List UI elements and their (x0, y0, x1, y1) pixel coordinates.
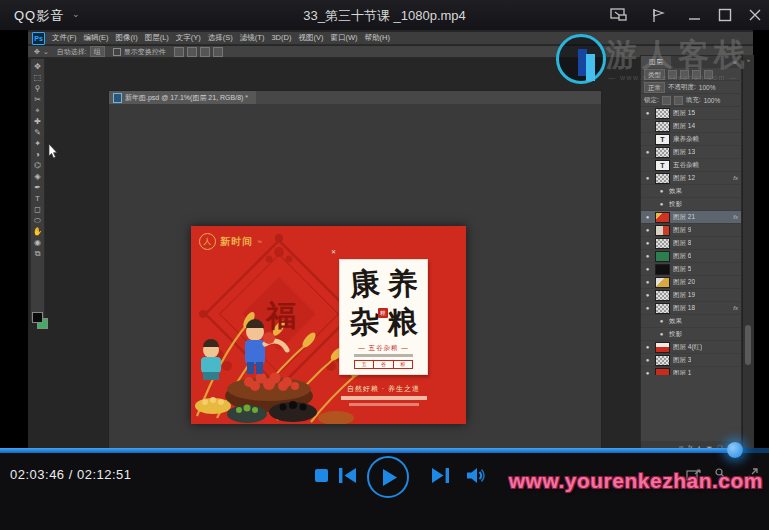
fill-label: 填充: (686, 96, 701, 105)
maximize-button[interactable] (718, 8, 736, 22)
card-tag-char: 五 (355, 361, 374, 368)
doc-canvas: 人 新时间 ™ 福 ✕ 康养杂粮 粮 — 五谷杂粮 — 五谷粮 (109, 104, 601, 463)
layer-visibility-icon: ● (643, 110, 652, 116)
ps-menu-item: 选择(S) (208, 33, 233, 43)
ps-menu-item: 编辑(E) (84, 33, 109, 43)
next-icon (432, 468, 449, 483)
layer-visibility-icon: ● (643, 175, 652, 181)
foreground-color-swatch (32, 312, 43, 323)
layer-thumbnail (655, 342, 670, 353)
seek-knob[interactable] (727, 442, 743, 458)
card-tags: 五谷粮 (354, 360, 413, 369)
layer-name: 投影 (669, 330, 682, 339)
ps-tool-icon: ✚ (34, 116, 41, 127)
ps-dock-strip: » (742, 55, 754, 462)
layer-row: T康养杂粮 (641, 133, 741, 146)
video-photoshop-app: Ps 文件(F)编辑(E)图像(I)图层(L)文字(Y)选择(S)滤镜(T)3D… (28, 30, 753, 464)
poster-company-line (341, 396, 427, 400)
layer-visibility-icon: ● (643, 370, 652, 375)
control-bar: 02:03:46 / 02:12:51 (0, 453, 769, 530)
ps-tool-icon: ⌬ (34, 160, 41, 171)
calligraphy-char: 养 (383, 265, 422, 304)
blend-mode-dropdown: 正常 (644, 82, 665, 93)
layer-thumbnail (655, 290, 670, 301)
layer-name: 效果 (669, 187, 682, 196)
lock-pixels-icon (674, 96, 683, 105)
align-icon (200, 47, 210, 57)
ps-tool-icon: T (35, 193, 40, 204)
close-button[interactable] (748, 8, 766, 22)
collapse-icon: » (743, 55, 754, 65)
ps-menu-item: 图像(I) (116, 33, 138, 43)
ps-tool-icon: ✦ (34, 138, 41, 149)
layer-row: ●图层 1 (641, 367, 741, 375)
fu-character: 福 (261, 296, 301, 337)
next-button[interactable] (432, 468, 449, 483)
filter-type-icon (692, 70, 701, 79)
titlebar[interactable]: QQ影音 ⌄ 33_第三十节课 _1080p.mp4 (0, 0, 769, 30)
volume-button[interactable] (467, 468, 486, 483)
pin-flag-button[interactable] (650, 8, 668, 22)
layer-visibility-icon: ● (643, 279, 652, 285)
layer-name: 图层 12 (673, 174, 695, 183)
layer-row: ●图层 20 (641, 276, 741, 289)
ps-menu-item: 视图(V) (298, 33, 323, 43)
ps-tool-icon: ◉ (34, 237, 41, 248)
ps-tool-icon: ⧉ (35, 248, 41, 259)
layer-row: ●图层 5 (641, 263, 741, 276)
layer-thumbnail (655, 212, 670, 223)
show-transform-label: 显示变换控件 (124, 47, 166, 57)
layer-thumbnail (655, 147, 670, 158)
url-watermark: www.yourenkezhan.com (509, 469, 763, 493)
layer-row: ●图层 15 (641, 107, 741, 120)
fill-value: 100% (704, 97, 721, 104)
poster-brand: 人 新时间 ™ (199, 233, 262, 250)
layer-name: 图层 15 (673, 109, 695, 118)
scrollbar-handle (745, 325, 751, 365)
ps-document-window: 新年图.psd @ 17.1%(图层 21, RGB/8) * (108, 90, 602, 464)
play-button[interactable] (367, 456, 409, 498)
brand-name: 新时间 (220, 235, 253, 249)
layer-name: 图层 21 (673, 213, 695, 222)
layer-thumbnail (655, 355, 670, 366)
layer-visibility-icon: ● (657, 331, 666, 337)
layer-name: 图层 3 (673, 356, 691, 365)
ps-menu-item: 文件(F) (52, 33, 77, 43)
trademark-symbol: ™ (257, 239, 262, 245)
layer-name: 投影 (669, 200, 682, 209)
layer-visibility-icon: ● (643, 253, 652, 259)
layer-name: 图层 18 (673, 304, 695, 313)
layer-name: 图层 5 (673, 265, 691, 274)
layer-thumbnail (655, 303, 670, 314)
layer-name: 图层 13 (673, 148, 695, 157)
ps-menu-item: 窗口(W) (330, 33, 357, 43)
mini-mode-button[interactable] (610, 8, 628, 22)
layer-visibility-icon: ● (657, 188, 666, 194)
layer-thumbnail (655, 108, 670, 119)
layers-list: ●图层 15图层 14T康养杂粮●图层 13T五谷杂粮●图层 12fx●效果●投… (641, 107, 741, 375)
ps-tool-icon: ◈ (34, 171, 40, 182)
minimize-button[interactable] (688, 10, 706, 24)
layer-visibility-icon: ● (657, 318, 666, 324)
video-surface[interactable]: Ps 文件(F)编辑(E)图像(I)图层(L)文字(Y)选择(S)滤镜(T)3D… (0, 30, 769, 478)
layer-row: ●图层 21fx (641, 211, 741, 224)
qq-player-window: QQ影音 ⌄ 33_第三十节课 _1080p.mp4 (0, 0, 769, 530)
layer-row: 图层 14 (641, 120, 741, 133)
move-tool-icon: ✥ (34, 48, 40, 56)
ps-tool-icon: ⌖ (35, 105, 40, 116)
layer-row: ●图层 4(红) (641, 341, 741, 354)
distribute-icon (213, 47, 223, 57)
lock-transparent-icon (662, 96, 671, 105)
ps-layers-panel: 图层 ≡ 类型 正常 不透明度: 100% 锁定: (640, 55, 742, 462)
ps-toolbar: ✥⬚⚲✂⌖✚✎✦◑⌬◈✒T◻⬭✋◉⧉ (30, 58, 45, 322)
auto-select-dropdown: 组 (90, 46, 105, 57)
layer-thumbnail (655, 121, 670, 132)
previous-button[interactable] (339, 468, 356, 483)
layer-row: ●投影 (641, 328, 741, 341)
photoshop-logo-icon: Ps (32, 32, 45, 45)
stop-button[interactable] (314, 468, 329, 483)
layer-visibility-icon: ● (643, 305, 652, 311)
layer-visibility-icon: ● (643, 357, 652, 363)
minimize-icon (688, 10, 702, 22)
layer-visibility-icon: ● (643, 227, 652, 233)
